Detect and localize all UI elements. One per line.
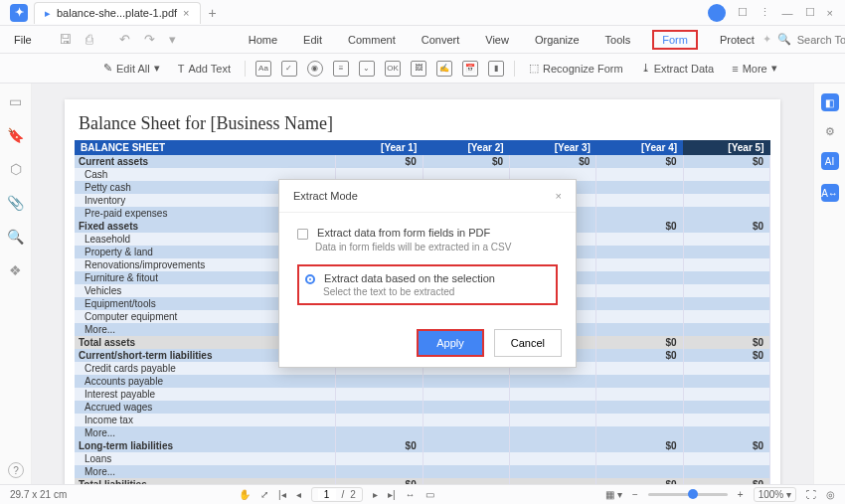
menu-protect[interactable]: Protect xyxy=(716,30,759,50)
kebab-icon[interactable]: ⋮ xyxy=(760,6,770,19)
maximize-icon[interactable]: ☐ xyxy=(805,6,815,19)
window-controls: ☐ ⋮ — ☐ × xyxy=(708,4,841,22)
form-toolbar: ✎ Edit All ▾ T Add Text Aa ✓ ◉ ≡ ⌄ OK 🖼 … xyxy=(0,54,845,84)
shield-icon[interactable]: ⬡ xyxy=(10,161,22,177)
section-row: Long-term liabilities$0$0$0 xyxy=(75,439,770,452)
translate-icon[interactable]: A↔ xyxy=(821,184,839,202)
zoom-in-icon[interactable]: + xyxy=(738,489,744,500)
thumbnails-icon[interactable]: ▭ xyxy=(9,93,22,109)
table-row: Accrued wages xyxy=(75,401,770,414)
help-icon[interactable]: ? xyxy=(8,462,24,478)
wand-icon[interactable]: ✦ xyxy=(762,33,771,46)
add-text-button[interactable]: T Add Text xyxy=(174,63,235,75)
field-check-icon[interactable]: ✓ xyxy=(281,61,297,77)
field-button-icon[interactable]: OK xyxy=(385,61,401,77)
read-mode-icon[interactable]: ◎ xyxy=(826,489,835,500)
menu-organize[interactable]: Organize xyxy=(531,30,584,50)
recognize-form-button[interactable]: ⬚ Recognize Form xyxy=(525,62,627,75)
panel-icon-1[interactable]: ◧ xyxy=(821,93,839,111)
settings-icon[interactable]: ⚙ xyxy=(825,125,835,138)
next-page-icon[interactable]: ▸ xyxy=(373,489,378,500)
attachments-icon[interactable]: 📎 xyxy=(7,195,24,211)
menu-tools[interactable]: Tools xyxy=(601,30,635,50)
table-row: Accounts payable xyxy=(75,375,770,388)
menu-comment[interactable]: Comment xyxy=(344,30,400,50)
app-logo: ✦ xyxy=(10,4,28,22)
menu-form[interactable]: Form xyxy=(652,30,698,50)
search-tools: ✦ 🔍 ☁ ^ xyxy=(762,32,845,47)
layers-icon[interactable]: ❖ xyxy=(9,262,22,278)
radio-checked-icon xyxy=(305,274,315,284)
more-button[interactable]: ≡ More ▾ xyxy=(728,62,780,75)
menu-convert[interactable]: Convert xyxy=(418,30,464,50)
fullscreen-icon[interactable]: ⛶ xyxy=(806,489,816,500)
undo-icon[interactable]: ↶ xyxy=(114,32,135,47)
menu-view[interactable]: View xyxy=(481,30,513,50)
add-tab-button[interactable]: + xyxy=(209,5,217,21)
dialog-title: Extract Mode xyxy=(293,190,358,202)
field-image-icon[interactable]: 🖼 xyxy=(411,61,426,77)
menu-edit[interactable]: Edit xyxy=(299,30,326,50)
window-icon[interactable]: ☐ xyxy=(738,6,748,19)
radio-unchecked-icon xyxy=(297,229,308,240)
section-row: Current assets$0$0$0$0$0 xyxy=(75,155,770,168)
statusbar: 29.7 x 21 cm ✋ ⤢ |◂ ◂ /2 ▸ ▸| ↔ ▭ ▦ ▾ − … xyxy=(0,484,845,504)
bookmarks-icon[interactable]: 🔖 xyxy=(7,127,24,143)
field-radio-icon[interactable]: ◉ xyxy=(307,61,323,77)
search-input[interactable] xyxy=(797,34,845,46)
field-list-icon[interactable]: ≡ xyxy=(333,61,349,77)
view-mode-icon[interactable]: ▦ ▾ xyxy=(605,489,622,500)
dropdown-icon[interactable]: ▾ xyxy=(164,32,181,47)
close-window-icon[interactable]: × xyxy=(827,7,833,19)
table-row: More... xyxy=(75,465,770,478)
table-row: Income tax xyxy=(75,414,770,426)
option-selection[interactable]: Extract data based on the selection Sele… xyxy=(297,264,558,305)
left-sidebar: ▭ 🔖 ⬡ 📎 🔍 ❖ xyxy=(0,84,32,484)
ai-icon[interactable]: AI xyxy=(821,152,839,170)
menubar: File 🖫 ⎙ ↶ ↷ ▾ Home Edit Comment Convert… xyxy=(0,26,845,54)
close-tab-icon[interactable]: × xyxy=(183,7,189,19)
doc-title: Balance Sheet for [Business Name] xyxy=(79,113,766,134)
pdf-icon: ▸ xyxy=(45,7,51,20)
extract-mode-dialog: Extract Mode × Extract data from form fi… xyxy=(278,179,577,368)
table-row: Loans xyxy=(75,452,770,465)
table-row: Interest payable xyxy=(75,388,770,401)
page-input[interactable]: /2 xyxy=(311,487,363,502)
user-avatar[interactable] xyxy=(708,4,726,22)
hand-tool-icon[interactable]: ✋ xyxy=(239,489,251,500)
search-icon: 🔍 xyxy=(777,33,791,46)
field-date-icon[interactable]: 📅 xyxy=(462,61,478,77)
total-row: Total liabilities$0$0$0 xyxy=(75,478,770,484)
last-page-icon[interactable]: ▸| xyxy=(388,489,396,500)
select-tool-icon[interactable]: ⤢ xyxy=(260,489,268,500)
document-tab[interactable]: ▸ balance-she...plate-1.pdf × xyxy=(34,2,201,24)
zoom-out-icon[interactable]: − xyxy=(632,489,638,500)
save-icon[interactable]: 🖫 xyxy=(54,32,77,47)
print-icon[interactable]: ⎙ xyxy=(81,32,98,47)
field-sign-icon[interactable]: ✍ xyxy=(436,61,452,77)
fit-page-icon[interactable]: ▭ xyxy=(425,489,434,500)
fit-width-icon[interactable]: ↔ xyxy=(406,489,416,500)
dialog-close-icon[interactable]: × xyxy=(556,190,562,202)
titlebar: ✦ ▸ balance-she...plate-1.pdf × + ☐ ⋮ — … xyxy=(0,0,845,26)
minimize-icon[interactable]: — xyxy=(782,7,793,19)
table-header-row: BALANCE SHEET [Year 1][Year 2] [Year 3][… xyxy=(75,140,770,155)
field-text-icon[interactable]: Aa xyxy=(255,61,271,77)
field-barcode-icon[interactable]: ▮ xyxy=(488,61,504,77)
menu-home[interactable]: Home xyxy=(245,30,281,50)
field-drop-icon[interactable]: ⌄ xyxy=(359,61,375,77)
search-panel-icon[interactable]: 🔍 xyxy=(7,229,24,245)
redo-icon[interactable]: ↷ xyxy=(139,32,160,47)
zoom-slider[interactable] xyxy=(648,493,728,496)
file-menu[interactable]: File xyxy=(8,34,38,46)
right-sidebar: ◧ ⚙ AI A↔ xyxy=(813,84,845,484)
cancel-button[interactable]: Cancel xyxy=(494,329,562,357)
zoom-percent[interactable]: 100% ▾ xyxy=(754,487,796,502)
edit-all-button[interactable]: ✎ Edit All ▾ xyxy=(99,62,164,75)
option-form-fields[interactable]: Extract data from form fields in PDF Dat… xyxy=(297,223,558,256)
prev-page-icon[interactable]: ◂ xyxy=(296,489,301,500)
extract-data-button[interactable]: ⤓ Extract Data xyxy=(637,62,719,75)
apply-button[interactable]: Apply xyxy=(417,329,484,357)
first-page-icon[interactable]: |◂ xyxy=(278,489,286,500)
table-row: More... xyxy=(75,426,770,439)
